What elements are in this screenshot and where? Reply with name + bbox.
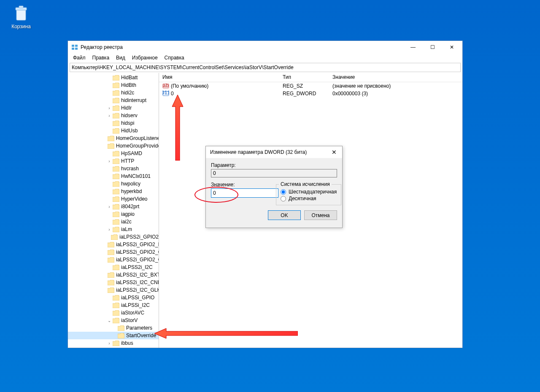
folder-icon — [113, 265, 119, 270]
tree-item-label: hidinterrupt — [121, 97, 146, 103]
folder-icon — [108, 242, 114, 247]
value-type: REG_DWORD — [279, 91, 329, 97]
svg-rect-0 — [16, 9, 26, 20]
tree-item-iaLPSS2i_GPIO2[interactable]: iaLPSS2i_GPIO2 — [68, 233, 159, 241]
tree-item-HomeGroupProvider[interactable]: HomeGroupProvider — [68, 142, 159, 150]
tree-item-hwpolicy[interactable]: hwpolicy — [68, 180, 159, 188]
tree-item-iai2c[interactable]: iai2c — [68, 218, 159, 226]
tree-item-hidspi[interactable]: hidspi — [68, 119, 159, 127]
titlebar[interactable]: Редактор реестра — ☐ ✕ — [68, 41, 462, 54]
folder-icon — [113, 219, 119, 225]
tree-item-HidUsb[interactable]: HidUsb — [68, 127, 159, 134]
tree-item-iaLPSSi_GPIO[interactable]: iaLPSSi_GPIO — [68, 294, 159, 301]
tree-item-label: iaStorAVC — [121, 310, 144, 316]
menu-favorites[interactable]: Избранное — [129, 54, 161, 62]
tree-item-label: i8042prt — [121, 204, 139, 209]
value-label: Значение: — [211, 182, 270, 188]
tree-item-HidBatt[interactable]: HidBatt — [68, 74, 159, 81]
tree-item-label: iaLm — [121, 226, 132, 232]
tree-item-hidserv[interactable]: ›hidserv — [68, 112, 159, 119]
tree-item-hidinterrupt[interactable]: hidinterrupt — [68, 97, 159, 104]
col-name[interactable]: Имя — [159, 73, 279, 82]
radio-dec-input[interactable] — [281, 196, 286, 201]
menu-edit[interactable]: Правка — [89, 54, 113, 62]
recycle-bin[interactable]: Корзина — [8, 4, 34, 30]
menu-file[interactable]: Файл — [70, 54, 89, 62]
minimize-button[interactable]: — — [403, 41, 423, 54]
tree-item-HyperVideo[interactable]: HyperVideo — [68, 195, 159, 203]
dialog-title: Изменение параметра DWORD (32 бита) — [210, 149, 328, 155]
list-row[interactable]: 0110REG_DWORD0x00000003 (3) — [159, 90, 462, 97]
menubar: Файл Правка Вид Избранное Справка — [68, 54, 462, 62]
tree-item-StartOverride[interactable]: StartOverride — [68, 332, 159, 339]
radio-hex-label: Шестнадцатеричная — [289, 189, 337, 195]
tree-item-label: iaLPSS2i_I2C — [121, 264, 153, 270]
tree-pane[interactable]: HidBattHidBthhidi2chidinterrupt›HidIr›hi… — [68, 73, 159, 348]
chevron-icon[interactable]: › — [107, 227, 112, 232]
dialog-titlebar[interactable]: Изменение параметра DWORD (32 бита) ✕ — [206, 146, 342, 158]
tree-item-iaLPSS2i_GPIO2_CNL[interactable]: iaLPSS2i_GPIO2_CNL — [68, 248, 159, 256]
folder-icon — [113, 113, 119, 118]
close-button[interactable]: ✕ — [442, 41, 462, 54]
window-title: Редактор реестра — [81, 44, 403, 50]
folder-icon — [113, 75, 119, 81]
tree-item-iaStorAVC[interactable]: iaStorAVC — [68, 309, 159, 317]
tree-item-ibbus[interactable]: ›ibbus — [68, 339, 159, 347]
tree-item-iaLPSSi_I2C[interactable]: iaLPSSi_I2C — [68, 301, 159, 309]
tree-item-label: iaLPSSi_GPIO — [121, 295, 154, 301]
tree-item-iaLPSS2i_I2C[interactable]: iaLPSS2i_I2C — [68, 263, 159, 271]
radio-dec-label: Десятичная — [289, 196, 316, 201]
col-value[interactable]: Значение — [329, 73, 462, 82]
tree-item-label: iaLPSS2i_I2C_GLK — [116, 287, 159, 293]
tree-item-iaLPSS2i_GPIO2_GLK[interactable]: iaLPSS2i_GPIO2_GLK — [68, 256, 159, 263]
menu-view[interactable]: Вид — [113, 54, 129, 62]
ok-button[interactable]: OK — [268, 210, 301, 220]
menu-help[interactable]: Справка — [161, 54, 188, 62]
tree-item-HpSAMD[interactable]: HpSAMD — [68, 150, 159, 157]
chevron-icon[interactable]: › — [107, 159, 112, 164]
edit-dword-dialog: Изменение параметра DWORD (32 бита) ✕ Па… — [205, 146, 343, 228]
cancel-button[interactable]: Отмена — [304, 210, 337, 220]
chevron-icon[interactable]: › — [107, 341, 112, 346]
tree-item-hidi2c[interactable]: hidi2c — [68, 89, 159, 97]
tree-item-iaLm[interactable]: ›iaLm — [68, 226, 159, 233]
folder-icon — [113, 318, 119, 323]
tree-item-label: hidserv — [121, 113, 138, 118]
list-row[interactable]: ab(По умолчанию)REG_SZ(значение не присв… — [159, 82, 462, 90]
tree-item-HidIr[interactable]: ›HidIr — [68, 104, 159, 112]
tree-item-hyperkbd[interactable]: hyperkbd — [68, 188, 159, 195]
tree-item-HTTP[interactable]: ›HTTP — [68, 157, 159, 165]
radio-dec[interactable]: Десятичная — [281, 196, 337, 201]
tree-item-HwNClx0101[interactable]: HwNClx0101 — [68, 172, 159, 180]
tree-item-iaLPSS2i_I2C_BXT_P[interactable]: iaLPSS2i_I2C_BXT_P — [68, 271, 159, 279]
value-input[interactable] — [211, 188, 278, 198]
folder-icon — [113, 181, 119, 187]
tree-item-iaLPSS2i_I2C_GLK[interactable]: iaLPSS2i_I2C_GLK — [68, 286, 159, 294]
chevron-icon[interactable]: ⌄ — [107, 318, 112, 323]
tree-item-HomeGroupListener[interactable]: HomeGroupListener — [68, 134, 159, 142]
dialog-close-button[interactable]: ✕ — [328, 148, 340, 157]
col-type[interactable]: Тип — [279, 73, 329, 82]
svg-rect-2 — [19, 6, 23, 8]
tree-item-HidBth[interactable]: HidBth — [68, 81, 159, 89]
tree-item-label: ibbus — [121, 340, 133, 346]
tree-item-i8042prt[interactable]: ›i8042prt — [68, 203, 159, 210]
address-bar[interactable]: Компьютер\HKEY_LOCAL_MACHINE\SYSTEM\Curr… — [70, 63, 461, 72]
tree-item-label: HomeGroupProvider — [116, 143, 159, 149]
folder-icon — [113, 295, 119, 301]
chevron-icon[interactable]: › — [107, 113, 112, 118]
tree-item-iaLPSS2i_GPIO2_BXT_P[interactable]: iaLPSS2i_GPIO2_BXT_P — [68, 241, 159, 248]
tree-item-iaLPSS2i_I2C_CNL[interactable]: iaLPSS2i_I2C_CNL — [68, 279, 159, 286]
tree-item-iagpio[interactable]: iagpio — [68, 210, 159, 218]
chevron-icon[interactable]: › — [107, 106, 112, 110]
tree-item-Parameters[interactable]: Parameters — [68, 324, 159, 332]
radio-hex[interactable]: Шестнадцатеричная — [281, 189, 337, 195]
chevron-icon[interactable]: › — [107, 204, 112, 209]
tree-item-iaStorV[interactable]: ⌄iaStorV — [68, 317, 159, 324]
maximize-button[interactable]: ☐ — [423, 41, 442, 54]
tree-item-hvcrash[interactable]: hvcrash — [68, 165, 159, 172]
value-name: 0 — [171, 91, 174, 97]
radio-hex-input[interactable] — [281, 189, 286, 195]
folder-icon — [108, 136, 114, 141]
tree-item-label: iaLPSS2i_GPIO2 — [119, 234, 159, 240]
